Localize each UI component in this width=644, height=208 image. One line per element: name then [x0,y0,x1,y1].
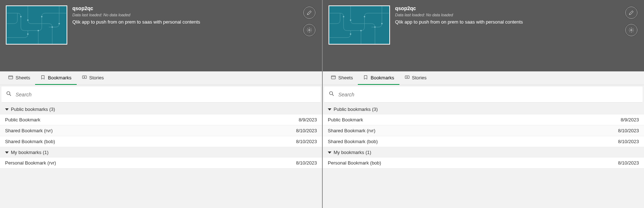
search-bar [324,87,643,103]
bookmark-date: 8/10/2023 [618,160,639,166]
app-description: Qlik app to push from on prem to saas wi… [395,19,638,25]
bookmark-row[interactable]: Public Bookmark8/9/2023 [0,115,322,125]
tab-bar: SheetsBookmarksStories [323,71,644,85]
svg-point-14 [350,20,351,21]
header-actions [625,7,637,36]
bookmark-row[interactable]: Shared Bookmark (rvr)8/10/2023 [323,125,644,136]
tab-label: Bookmarks [370,75,394,80]
bookmarks-icon [363,75,368,81]
tab-label: Stories [89,75,104,80]
section-title: Public bookmarks (3) [334,107,378,112]
bookmark-row[interactable]: Personal Bookmark (bob)8/10/2023 [323,158,644,169]
edit-button[interactable] [303,7,315,19]
tab-sheets[interactable]: Sheets [3,71,35,85]
tab-label: Stories [412,75,427,80]
bookmark-name: Shared Bookmark (bob) [5,139,55,144]
search-icon [6,91,16,98]
bookmark-row[interactable]: Shared Bookmark (bob)8/10/2023 [323,136,644,147]
svg-point-5 [27,33,29,35]
bookmark-name: Shared Bookmark (rvr) [328,128,375,133]
svg-point-16 [374,26,376,28]
bookmark-date: 8/9/2023 [298,117,317,122]
edit-button[interactable] [625,7,637,19]
search-bar [1,87,321,103]
bookmark-name: Personal Bookmark (bob) [328,160,381,166]
data-status: Data last loaded: No data loaded [72,13,316,17]
tab-label: Sheets [16,75,30,80]
tab-label: Bookmarks [48,75,71,80]
svg-point-23 [330,92,333,95]
search-input[interactable] [16,92,316,97]
bookmark-name: Public Bookmark [328,117,363,122]
chevron-down-icon [328,108,331,111]
data-status: Data last loaded: No data loaded [395,13,638,17]
tab-label: Sheets [338,75,353,80]
bookmark-date: 8/10/2023 [618,139,639,144]
app-description: Qlik app to push from on prem to saas wi… [72,19,316,25]
bookmark-row[interactable]: Public Bookmark8/9/2023 [323,115,644,125]
app-thumbnail [329,5,390,45]
bookmark-name: Personal Bookmark (rvr) [5,160,56,166]
chevron-down-icon [5,108,9,111]
app-pane: qsop2qcData last loaded: No data loadedQ… [0,0,322,208]
app-meta: qsop2qcData last loaded: No data loadedQ… [67,5,316,71]
bookmark-date: 8/10/2023 [296,160,317,166]
bookmark-name: Shared Bookmark (rvr) [5,128,52,133]
section-header[interactable]: Public bookmarks (3) [323,104,644,115]
svg-point-6 [38,30,39,31]
tab-stories[interactable]: Stories [399,71,432,85]
svg-point-17 [350,33,351,35]
svg-point-4 [51,26,53,28]
section-title: My bookmarks (1) [334,150,371,155]
tab-bookmarks[interactable]: Bookmarks [35,71,76,85]
svg-point-20 [631,29,632,31]
app-pane: qsop2qcData last loaded: No data loadedQ… [322,0,644,208]
app-title: qsop2qc [72,5,316,11]
settings-button[interactable] [625,24,637,36]
bookmark-row[interactable]: Shared Bookmark (bob)8/10/2023 [0,136,322,147]
chevron-down-icon [328,151,331,154]
tab-bookmarks[interactable]: Bookmarks [358,71,399,85]
bookmark-date: 8/10/2023 [296,128,317,133]
section-header[interactable]: My bookmarks (1) [323,147,644,158]
tab-stories[interactable]: Stories [77,71,109,85]
svg-point-19 [381,23,383,24]
bookmark-date: 8/9/2023 [620,117,639,122]
svg-rect-0 [7,6,66,44]
svg-point-11 [7,92,10,95]
svg-point-8 [309,29,310,31]
tab-bar: SheetsBookmarksStories [0,71,322,85]
search-icon [329,91,338,98]
search-input[interactable] [338,92,638,97]
svg-point-3 [41,16,43,17]
settings-button[interactable] [303,24,315,36]
bookmarks-icon [40,75,46,81]
section-header[interactable]: Public bookmarks (3) [0,104,322,115]
section-title: My bookmarks (1) [11,150,48,155]
sheets-icon [8,75,13,81]
app-header: qsop2qcData last loaded: No data loadedQ… [323,0,644,71]
chevron-down-icon [5,151,9,154]
section-header[interactable]: My bookmarks (1) [0,147,322,158]
svg-point-1 [20,16,22,17]
bookmark-date: 8/10/2023 [296,139,317,144]
sheets-icon [331,75,336,81]
svg-point-2 [27,20,29,21]
stories-icon [404,75,410,81]
app-meta: qsop2qcData last loaded: No data loadedQ… [390,5,638,71]
tab-sheets[interactable]: Sheets [326,71,358,85]
svg-point-15 [364,16,365,17]
bookmark-row[interactable]: Shared Bookmark (rvr)8/10/2023 [0,125,322,136]
bookmark-name: Public Bookmark [5,117,41,122]
svg-point-18 [360,30,362,31]
app-title: qsop2qc [395,5,638,11]
header-actions [303,7,315,36]
svg-rect-9 [9,76,13,79]
svg-point-13 [343,16,344,17]
stories-icon [82,75,87,81]
bookmark-row[interactable]: Personal Bookmark (rvr)8/10/2023 [0,158,322,169]
app-header: qsop2qcData last loaded: No data loadedQ… [0,0,322,71]
svg-rect-21 [331,76,335,79]
svg-point-7 [59,23,60,24]
app-thumbnail [6,5,67,45]
